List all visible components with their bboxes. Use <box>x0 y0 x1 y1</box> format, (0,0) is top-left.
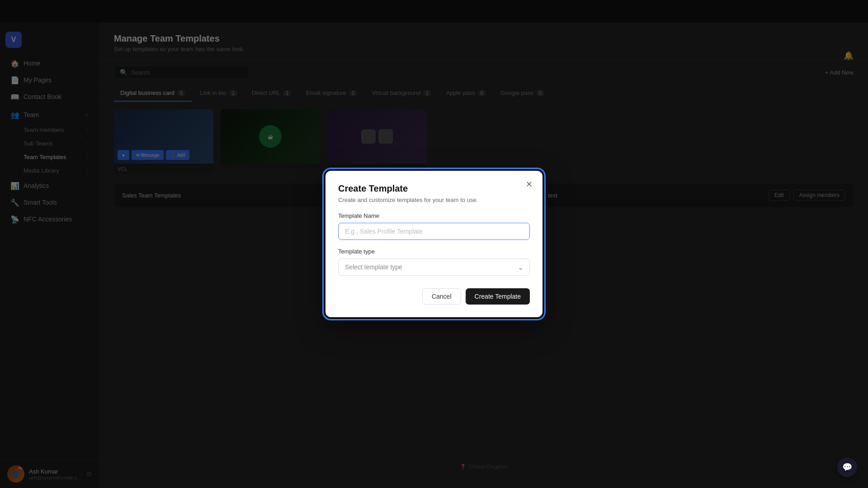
modal-footer: Cancel Create Template <box>338 288 530 305</box>
modal-title: Create Template <box>338 183 530 194</box>
modal-overlay: ✕ Create Template Create and customize t… <box>0 0 868 488</box>
template-type-select[interactable]: Select template type Digital business ca… <box>338 258 530 276</box>
create-template-modal: ✕ Create Template Create and customize t… <box>326 171 542 317</box>
template-type-label: Template type <box>338 248 530 255</box>
template-type-wrapper: Select template type Digital business ca… <box>338 258 530 276</box>
chat-icon: 💬 <box>842 462 852 472</box>
template-name-input[interactable] <box>338 223 530 240</box>
create-template-button[interactable]: Create Template <box>466 288 530 305</box>
cancel-button[interactable]: Cancel <box>422 288 461 305</box>
template-name-label: Template Name <box>338 212 530 219</box>
modal-close-button[interactable]: ✕ <box>523 178 535 191</box>
chat-bubble[interactable]: 💬 <box>837 457 857 477</box>
modal-subtitle: Create and customize templates for your … <box>338 197 530 203</box>
